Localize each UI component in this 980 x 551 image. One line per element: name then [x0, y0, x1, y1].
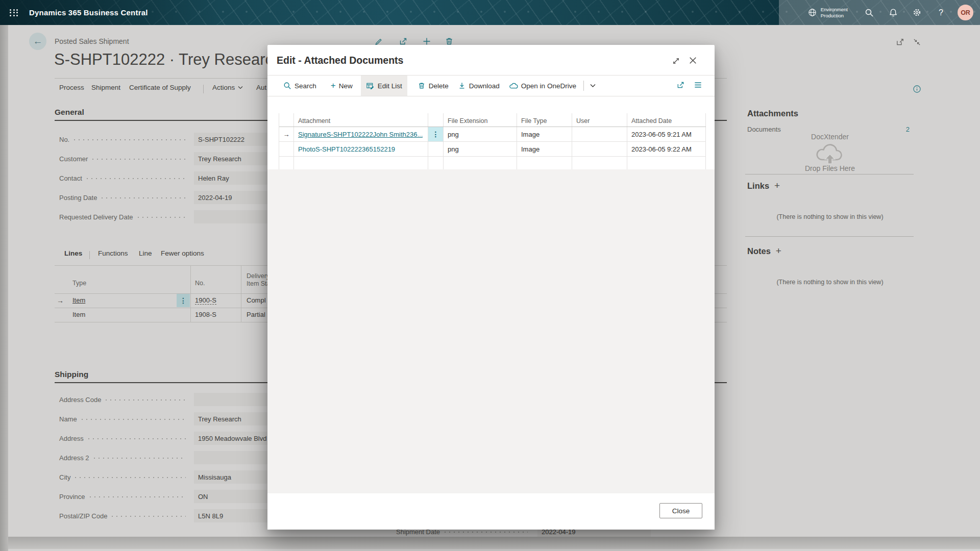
new-button[interactable]: + New [331, 81, 353, 91]
switch-view-icon[interactable] [694, 81, 702, 89]
notifications-icon[interactable] [881, 0, 905, 25]
cell-user[interactable] [572, 142, 627, 156]
table-row[interactable]: PhotoS-SHPT102222365152219 png Image 202… [279, 142, 706, 157]
attachment-link[interactable]: PhotoS-SHPT102222365152219 [298, 145, 395, 153]
more-options-chevron-icon[interactable] [590, 84, 596, 88]
ellipsis-icon: ⋮ [432, 130, 439, 138]
col-row-menu [428, 113, 444, 127]
row-marker-column [279, 113, 294, 127]
cell-file-type[interactable]: Image [517, 127, 572, 141]
dialog-toolbar: Search + New Edit List Delete Download O… [267, 75, 715, 96]
row-marker-icon: → [279, 127, 294, 141]
col-attachment[interactable]: Attachment [294, 113, 428, 127]
plus-icon: + [331, 81, 336, 91]
cell-file-extension[interactable]: png [444, 127, 517, 141]
trash-icon [418, 82, 426, 90]
row-marker-cell [279, 142, 294, 156]
cloud-icon [509, 82, 518, 90]
settings-icon[interactable] [905, 0, 929, 25]
app-window: ← Posted Sales Shipment S-SHPT102222 · T… [0, 0, 980, 551]
attachments-table: Attachment File Extension File Type User… [279, 113, 706, 171]
toolbar-divider [583, 81, 584, 91]
col-file-extension[interactable]: File Extension [444, 113, 517, 127]
expand-dialog-icon[interactable] [672, 57, 680, 65]
app-launcher-icon[interactable] [10, 9, 18, 16]
col-file-type[interactable]: File Type [517, 113, 572, 127]
attachment-link[interactable]: SignatureS-SHPT102222John Smith236... [298, 131, 423, 138]
download-icon [458, 82, 466, 90]
share-icon[interactable] [676, 81, 685, 89]
globe-icon [807, 8, 817, 17]
dialog-title: Edit - Attached Documents [277, 55, 403, 66]
row-menu-button[interactable]: ⋮ [428, 127, 443, 141]
open-in-onedrive-button[interactable]: Open in OneDrive [509, 82, 576, 90]
close-button[interactable]: Close [659, 503, 702, 518]
cell-attached-date[interactable]: 2023-06-05 9:22 AM [627, 142, 706, 156]
edit-list-icon [366, 82, 375, 90]
row-menu-cell [428, 142, 444, 156]
cell-file-extension[interactable]: png [444, 142, 517, 156]
close-dialog-icon[interactable] [688, 56, 698, 65]
col-user[interactable]: User [572, 113, 627, 127]
table-header-row: Attachment File Extension File Type User… [279, 113, 706, 127]
app-title[interactable]: Dynamics 365 Business Central [29, 8, 148, 17]
download-button[interactable]: Download [458, 82, 500, 90]
edit-list-button[interactable]: Edit List [361, 76, 407, 96]
col-attached-date[interactable]: Attached Date [627, 113, 706, 127]
user-avatar[interactable]: OR [958, 5, 973, 20]
search-icon[interactable] [857, 0, 881, 25]
dialog-footer: Close [267, 493, 715, 530]
table-row[interactable]: → SignatureS-SHPT102222John Smith236... … [279, 127, 706, 142]
cell-file-type[interactable]: Image [517, 142, 572, 156]
cell-attached-date[interactable]: 2023-06-05 9:21 AM [627, 127, 706, 141]
attached-documents-dialog: Edit - Attached Documents Search + New E… [267, 45, 715, 530]
search-icon [283, 82, 291, 90]
topbar: Dynamics 365 Business Central Environmen… [0, 0, 980, 25]
delete-button[interactable]: Delete [418, 82, 449, 90]
cell-user[interactable] [572, 127, 627, 141]
search-button[interactable]: Search [283, 82, 316, 90]
toolbar-right-icons [676, 81, 702, 89]
environment-badge[interactable]: EnvironmentProduction [807, 7, 848, 18]
dialog-body-area [267, 169, 715, 493]
help-icon[interactable]: ? [929, 0, 953, 25]
